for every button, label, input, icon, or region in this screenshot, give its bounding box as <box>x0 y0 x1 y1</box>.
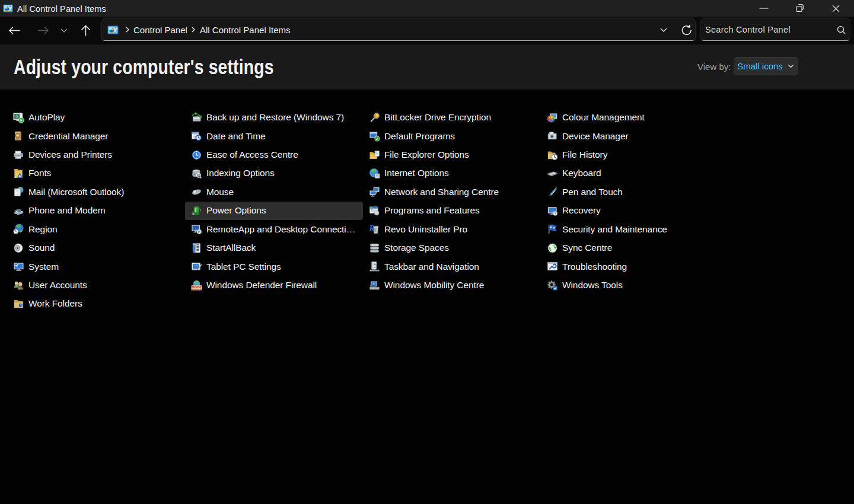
svg-text:R: R <box>369 225 375 234</box>
